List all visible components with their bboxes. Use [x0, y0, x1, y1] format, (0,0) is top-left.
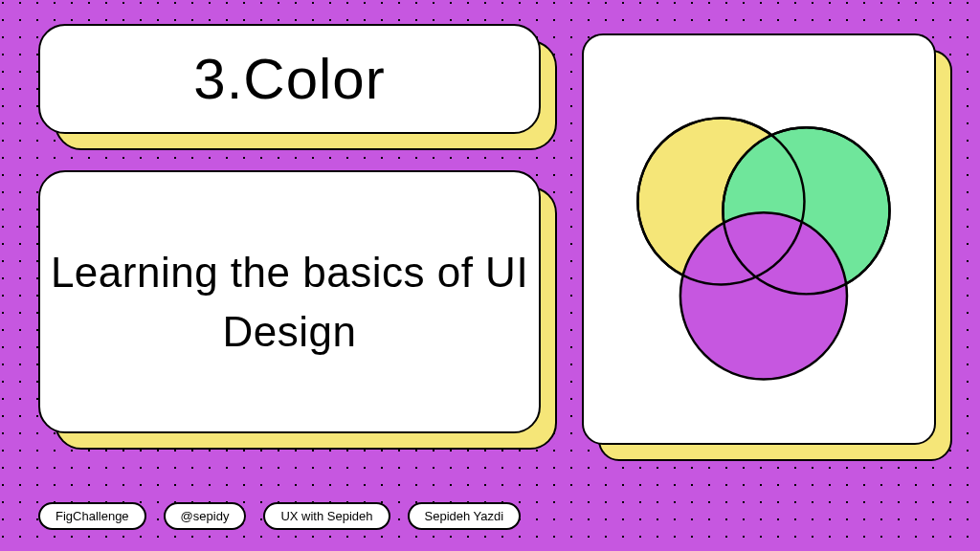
pill-sepideh-yazdi: Sepideh Yazdi — [408, 502, 522, 530]
title-card: 3.Color — [38, 24, 541, 134]
pill-figchallenge: FigChallenge — [38, 502, 146, 530]
illustration-card — [582, 33, 936, 445]
tag-pills-row: FigChallenge @sepidy UX with Sepideh Sep… — [38, 502, 521, 530]
svg-point-2 — [680, 212, 847, 379]
pill-sepidy: @sepidy — [164, 502, 247, 530]
slide-title: 3.Color — [193, 46, 385, 112]
pill-ux-with-sepideh: UX with Sepideh — [263, 502, 390, 530]
slide-subtitle: Learning the basics of UI Design — [40, 243, 539, 361]
subtitle-card: Learning the basics of UI Design — [38, 170, 541, 433]
venn-diagram-icon — [584, 35, 934, 443]
